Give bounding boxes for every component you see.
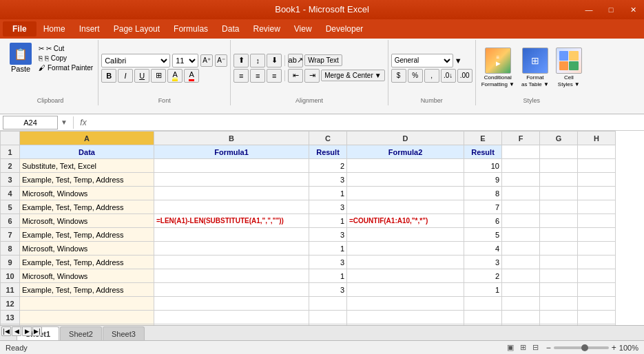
cell-E1[interactable]: Result — [464, 145, 502, 159]
menu-page-layout[interactable]: Page Layout — [107, 21, 167, 37]
cell-H2[interactable] — [578, 159, 616, 173]
conditional-formatting-button[interactable]: ≡▶ ConditionalFormatting ▼ — [479, 46, 517, 89]
cell-G8[interactable] — [540, 242, 578, 256]
menu-data[interactable]: Data — [215, 21, 246, 37]
cell-D1[interactable]: Formula2 — [347, 145, 464, 159]
sheet-tab-3[interactable]: Sheet3 — [103, 326, 145, 340]
menu-developer[interactable]: Developer — [319, 21, 371, 37]
cell-B4[interactable] — [154, 187, 309, 200]
cell-C13[interactable] — [309, 311, 347, 324]
align-left-button[interactable]: ≡ — [233, 69, 249, 83]
borders-button[interactable]: ⊞ — [151, 69, 166, 83]
cell-E3[interactable]: 9 — [464, 173, 502, 187]
cell-D4[interactable] — [347, 187, 464, 200]
col-header-h[interactable]: H — [578, 132, 616, 145]
cell-B2[interactable] — [154, 159, 309, 173]
cell-C12[interactable] — [309, 297, 347, 311]
formula-input[interactable] — [93, 116, 641, 129]
menu-insert[interactable]: Insert — [72, 21, 107, 37]
cell-E10[interactable]: 2 — [464, 269, 502, 283]
menu-view[interactable]: View — [287, 21, 319, 37]
cell-B12[interactable] — [154, 297, 309, 311]
row-header-8[interactable]: 8 — [1, 242, 20, 256]
decrease-indent-button[interactable]: ⇤ — [288, 69, 303, 83]
merge-center-button[interactable]: Merge & Center ▼ — [321, 70, 385, 81]
cell-G3[interactable] — [540, 173, 578, 187]
row-header-13[interactable]: 13 — [1, 311, 20, 324]
cell-H12[interactable] — [578, 297, 616, 311]
cell-F3[interactable] — [502, 173, 540, 187]
cell-G11[interactable] — [540, 283, 578, 297]
row-header-2[interactable]: 2 — [1, 159, 20, 173]
cell-G10[interactable] — [540, 269, 578, 283]
increase-indent-button[interactable]: ⇥ — [304, 69, 320, 83]
cell-E11[interactable]: 1 — [464, 283, 502, 297]
cell-B1[interactable]: Formula1 — [154, 145, 309, 159]
align-middle-button[interactable]: ↕ — [250, 54, 265, 67]
cell-H3[interactable] — [578, 173, 616, 187]
cell-H13[interactable] — [578, 311, 616, 324]
cell-D10[interactable] — [347, 269, 464, 283]
cell-F10[interactable] — [502, 269, 540, 283]
align-right-button[interactable]: ≡ — [267, 69, 282, 83]
row-header-11[interactable]: 11 — [1, 283, 20, 297]
col-header-c[interactable]: C — [309, 132, 347, 145]
tab-nav-last[interactable]: ▶| — [32, 326, 42, 336]
cell-C10[interactable]: 1 — [309, 269, 347, 283]
cell-G2[interactable] — [540, 159, 578, 173]
cell-H9[interactable] — [578, 256, 616, 269]
cell-H1[interactable] — [578, 145, 616, 159]
row-header-12[interactable]: 12 — [1, 297, 20, 311]
cell-D3[interactable] — [347, 173, 464, 187]
increase-decimal-button[interactable]: .00 — [457, 69, 472, 83]
row-header-6[interactable]: 6 — [1, 214, 20, 228]
cell-A1[interactable]: Data — [20, 145, 154, 159]
row-header-9[interactable]: 9 — [1, 256, 20, 269]
row-header-5[interactable]: 5 — [1, 200, 20, 214]
row-header-3[interactable]: 3 — [1, 173, 20, 187]
cell-H5[interactable] — [578, 200, 616, 214]
cell-E12[interactable] — [464, 297, 502, 311]
close-button[interactable]: ✕ — [622, 0, 644, 19]
col-header-g[interactable]: G — [540, 132, 578, 145]
cell-B11[interactable] — [154, 283, 309, 297]
cell-A4[interactable]: Microsoft, Windows — [20, 187, 154, 200]
copy-button[interactable]: ⎘ ⎘ Copy — [37, 54, 95, 63]
col-header-d[interactable]: D — [347, 132, 464, 145]
cell-A12[interactable] — [20, 297, 154, 311]
cell-F12[interactable] — [502, 297, 540, 311]
comma-button[interactable]: , — [424, 69, 439, 83]
cell-reference-box[interactable] — [3, 116, 58, 129]
cell-B13[interactable] — [154, 311, 309, 324]
cell-D13[interactable] — [347, 311, 464, 324]
cell-D5[interactable] — [347, 200, 464, 214]
cell-E2[interactable]: 10 — [464, 159, 502, 173]
cell-F7[interactable] — [502, 228, 540, 242]
font-name-select[interactable]: Calibri — [101, 54, 170, 67]
cell-H6[interactable] — [578, 214, 616, 228]
minimize-button[interactable]: — — [578, 0, 600, 19]
percent-button[interactable]: % — [408, 69, 423, 83]
cell-D12[interactable] — [347, 297, 464, 311]
cell-D7[interactable] — [347, 228, 464, 242]
page-layout-view-button[interactable]: ⊞ — [518, 342, 528, 353]
italic-button[interactable]: I — [118, 69, 133, 83]
cell-A5[interactable]: Example, Test, Temp, Address — [20, 200, 154, 214]
cell-B7[interactable] — [154, 228, 309, 242]
cell-E13[interactable] — [464, 311, 502, 324]
cell-G4[interactable] — [540, 187, 578, 200]
cell-A7[interactable]: Example, Test, Temp, Address — [20, 228, 154, 242]
cell-D11[interactable] — [347, 283, 464, 297]
cell-G1[interactable] — [540, 145, 578, 159]
zoom-in-button[interactable]: + — [612, 343, 616, 353]
cell-C4[interactable]: 1 — [309, 187, 347, 200]
align-center-button[interactable]: ≡ — [250, 69, 265, 83]
cell-E4[interactable]: 8 — [464, 187, 502, 200]
fill-color-button[interactable]: A — [167, 69, 183, 83]
col-header-f[interactable]: F — [502, 132, 540, 145]
col-header-e[interactable]: E — [464, 132, 502, 145]
cell-F9[interactable] — [502, 256, 540, 269]
zoom-out-button[interactable]: − — [546, 343, 551, 353]
cell-E5[interactable]: 7 — [464, 200, 502, 214]
cell-H7[interactable] — [578, 228, 616, 242]
